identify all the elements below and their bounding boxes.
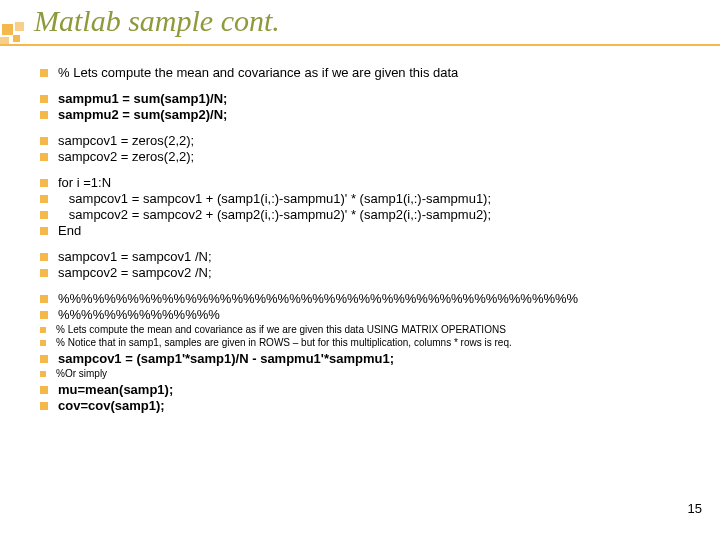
list-item-text: % Notice that in samp1, samples are give… — [56, 338, 512, 348]
list-item: %Or simply — [40, 369, 700, 379]
square-bullet-icon — [40, 269, 48, 277]
list-item-text: sampmu1 = sum(samp1)/N; — [58, 92, 227, 105]
square-bullet-icon — [40, 340, 46, 346]
list-item-text: sampcov1 = (samp1'*samp1)/N - sampmu1'*s… — [58, 352, 394, 365]
list-item-text: %%%%%%%%%%%%%%%%%%%%%%%%%%%%%%%%%%%%%%%%… — [58, 292, 578, 305]
square-bullet-icon — [40, 327, 46, 333]
list-item: sampcov1 = zeros(2,2); — [40, 134, 700, 147]
list-item-text: sampcov1 = zeros(2,2); — [58, 134, 194, 147]
list-item: sampmu2 = sum(samp2)/N; — [40, 108, 700, 121]
list-item-text: %%%%%%%%%%%%%% — [58, 308, 220, 321]
square-bullet-icon — [40, 295, 48, 303]
title-underline — [0, 44, 720, 46]
list-item-text: End — [58, 224, 81, 237]
list-item: % Lets compute the mean and covariance a… — [40, 325, 700, 335]
page-number: 15 — [688, 501, 702, 516]
square-bullet-icon — [40, 386, 48, 394]
list-item: sampcov1 = (samp1'*samp1)/N - sampmu1'*s… — [40, 352, 700, 365]
slide-content: % Lets compute the mean and covariance a… — [40, 66, 700, 540]
list-item: cov=cov(samp1); — [40, 399, 700, 412]
square-bullet-icon — [40, 311, 48, 319]
square-bullet-icon — [40, 179, 48, 187]
list-item-text: sampmu2 = sum(samp2)/N; — [58, 108, 227, 121]
list-item: sampmu1 = sum(samp1)/N; — [40, 92, 700, 105]
list-item: sampcov2 = sampcov2 + (samp2(i,:)-sampmu… — [40, 208, 700, 221]
square-bullet-icon — [40, 95, 48, 103]
list-item: sampcov1 = sampcov1 + (samp1(i,:)-sampmu… — [40, 192, 700, 205]
list-item-text: % Lets compute the mean and covariance a… — [58, 66, 458, 79]
list-item: sampcov2 = sampcov2 /N; — [40, 266, 700, 279]
square-bullet-icon — [40, 153, 48, 161]
square-bullet-icon — [40, 371, 46, 377]
list-item-text: sampcov2 = zeros(2,2); — [58, 150, 194, 163]
list-item: End — [40, 224, 700, 237]
list-item: for i =1:N — [40, 176, 700, 189]
list-item-text: sampcov1 = sampcov1 + (samp1(i,:)-sampmu… — [58, 192, 491, 205]
list-item-text: sampcov1 = sampcov1 /N; — [58, 250, 212, 263]
list-item: %%%%%%%%%%%%%% — [40, 308, 700, 321]
list-item-text: sampcov2 = sampcov2 + (samp2(i,:)-sampmu… — [58, 208, 491, 221]
square-bullet-icon — [40, 137, 48, 145]
list-item-text: sampcov2 = sampcov2 /N; — [58, 266, 212, 279]
list-item: sampcov2 = zeros(2,2); — [40, 150, 700, 163]
square-bullet-icon — [40, 195, 48, 203]
list-item-text: mu=mean(samp1); — [58, 383, 173, 396]
list-item-text: %Or simply — [56, 369, 107, 379]
list-item-text: cov=cov(samp1); — [58, 399, 165, 412]
list-item-text: for i =1:N — [58, 176, 111, 189]
list-item: sampcov1 = sampcov1 /N; — [40, 250, 700, 263]
list-item: %%%%%%%%%%%%%%%%%%%%%%%%%%%%%%%%%%%%%%%%… — [40, 292, 700, 305]
square-bullet-icon — [40, 227, 48, 235]
list-item-text: % Lets compute the mean and covariance a… — [56, 325, 506, 335]
list-item: % Lets compute the mean and covariance a… — [40, 66, 700, 79]
square-bullet-icon — [40, 402, 48, 410]
slide-title: Matlab sample cont. — [34, 4, 280, 38]
square-bullet-icon — [40, 355, 48, 363]
list-item: mu=mean(samp1); — [40, 383, 700, 396]
square-bullet-icon — [40, 69, 48, 77]
square-bullet-icon — [40, 253, 48, 261]
square-bullet-icon — [40, 211, 48, 219]
square-bullet-icon — [40, 111, 48, 119]
list-item: % Notice that in samp1, samples are give… — [40, 338, 700, 348]
